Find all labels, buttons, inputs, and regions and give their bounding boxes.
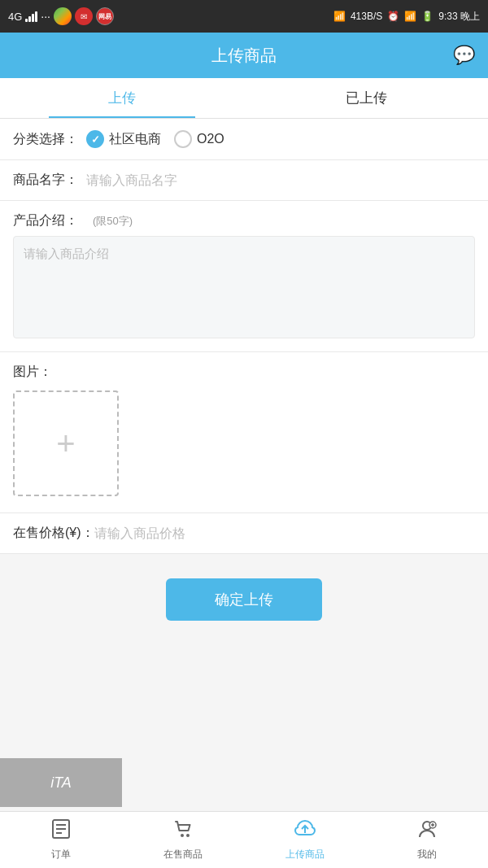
product-name-row: 商品名字： (0, 160, 488, 201)
category-label: 分类选择： (13, 131, 86, 148)
app-icon-1 (54, 7, 72, 25)
app-icon-3: 网易 (96, 7, 114, 25)
radio-option-1[interactable]: 社区电商 (86, 130, 161, 148)
radio-circle-2[interactable] (174, 130, 192, 148)
wifi-icon: 📶 (333, 11, 346, 22)
signal-bar-1 (25, 19, 28, 22)
signal-icon2: 📶 (404, 11, 416, 22)
plus-icon: + (56, 427, 75, 460)
header-title: 上传商品 (211, 45, 277, 67)
status-bar: 4G ··· ✉ 网易 📶 413B/S ⏰ 📶 🔋 9:33 晚上 (0, 0, 488, 33)
textarea-wrapper (13, 236, 475, 338)
radio-circle-1[interactable] (86, 130, 104, 148)
ita-watermark: iTA (0, 758, 122, 807)
upload-icon (294, 818, 316, 844)
product-intro-label: 产品介绍： (13, 212, 86, 229)
signal-bars (25, 11, 37, 22)
product-intro-textarea[interactable] (14, 237, 474, 334)
time-display: 9:33 晚上 (438, 10, 480, 24)
submit-area: 确定上传 (0, 554, 488, 645)
nav-label-upload: 上传商品 (285, 848, 325, 861)
signal-bar-2 (28, 16, 31, 22)
price-input[interactable] (94, 526, 475, 541)
radio-option-2[interactable]: O2O (174, 130, 224, 148)
orders-icon (50, 818, 72, 844)
svg-point-4 (181, 834, 184, 837)
image-section: 图片： + (0, 351, 488, 513)
product-intro-label-row: 产品介绍： (限50字) (0, 201, 488, 236)
char-limit: (限50字) (93, 214, 133, 229)
chat-icon[interactable]: 💬 (453, 45, 475, 66)
network-speed: 413B/S (351, 11, 382, 22)
selling-icon (172, 818, 194, 844)
bottom-nav: 订单 在售商品 上传商品 (0, 811, 488, 868)
nav-label-mine: 我的 (417, 848, 437, 861)
nav-item-mine[interactable]: 我的 (366, 812, 488, 868)
radio-label-2: O2O (197, 132, 224, 146)
price-label: 在售价格(¥)： (13, 525, 94, 542)
radio-label-1: 社区电商 (109, 131, 161, 148)
mine-icon (416, 818, 438, 844)
signal-bar-3 (32, 14, 34, 22)
battery-icon: 🔋 (421, 11, 434, 22)
alarm-icon: ⏰ (387, 11, 399, 22)
nav-label-selling: 在售商品 (163, 848, 203, 861)
nav-label-orders: 订单 (51, 848, 71, 861)
dots-icon: ··· (41, 10, 50, 23)
image-upload-box[interactable]: + (13, 390, 119, 496)
radio-group: 社区电商 O2O (86, 130, 224, 148)
status-right: 📶 413B/S ⏰ 📶 🔋 9:33 晚上 (333, 10, 480, 24)
tabs-bar: 上传 已上传 (0, 78, 488, 119)
nav-item-orders[interactable]: 订单 (0, 812, 122, 868)
app-icon-2: ✉ (75, 7, 93, 25)
tab-uploaded[interactable]: 已上传 (244, 78, 488, 118)
product-name-label: 商品名字： (13, 172, 86, 189)
svg-point-5 (186, 834, 190, 837)
nav-item-upload[interactable]: 上传商品 (244, 812, 366, 868)
nav-item-selling[interactable]: 在售商品 (122, 812, 244, 868)
signal-bar-4 (35, 11, 37, 22)
form-content: 分类选择： 社区电商 O2O 商品名字： 产品介绍： (限50字) 图片： + (0, 119, 488, 645)
carrier-text: 4G (8, 11, 22, 23)
status-left: 4G ··· ✉ 网易 (8, 7, 114, 25)
header: 上传商品 💬 (0, 33, 488, 78)
app-icons: ✉ 网易 (54, 7, 114, 25)
image-label: 图片： (13, 364, 475, 381)
product-name-input[interactable] (86, 173, 475, 188)
submit-button[interactable]: 确定上传 (166, 578, 322, 621)
price-row: 在售价格(¥)： (0, 513, 488, 554)
tab-upload[interactable]: 上传 (0, 78, 244, 118)
category-row: 分类选择： 社区电商 O2O (0, 119, 488, 160)
